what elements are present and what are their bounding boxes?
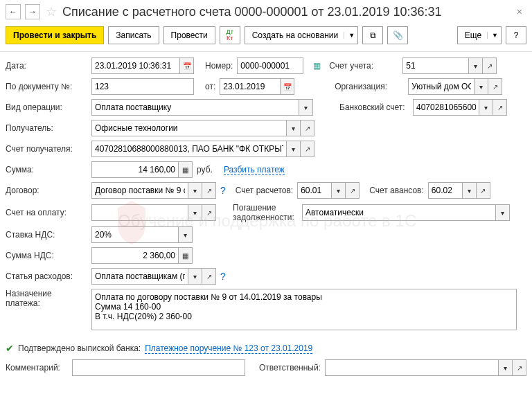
dropdown-icon[interactable]: ▾: [188, 268, 202, 285]
contract-input[interactable]: [91, 182, 188, 199]
dropdown-icon[interactable]: ▾: [475, 78, 488, 95]
open-icon[interactable]: ↗: [301, 120, 314, 136]
open-icon[interactable]: ↗: [202, 268, 216, 285]
open-icon[interactable]: ↗: [202, 204, 216, 221]
dropdown-icon[interactable]: ▾: [188, 204, 202, 221]
settle-account-label: Счет расчетов:: [236, 186, 293, 195]
create-based-label: Создать на основании: [252, 30, 339, 40]
debt-repay-label: Погашение задолженности:: [233, 203, 298, 222]
bank-account-label: Банковский счет:: [339, 102, 409, 112]
purpose-label: Назначение платежа:: [6, 289, 87, 308]
date-input[interactable]: [91, 57, 180, 74]
sum-input[interactable]: [91, 161, 179, 178]
dropdown-icon[interactable]: ▾: [496, 204, 510, 221]
create-based-on-button[interactable]: Создать на основании ▼: [245, 26, 358, 44]
from-label: от:: [205, 82, 215, 91]
contract-label: Договор:: [6, 186, 87, 195]
open-icon[interactable]: ↗: [301, 141, 314, 157]
responsible-label: Ответственный:: [259, 363, 321, 373]
account-label: Счет учета:: [329, 61, 398, 71]
vat-rate-label: Ставка НДС:: [6, 230, 87, 240]
doc-number-label: По документу №:: [6, 82, 87, 91]
bank-account-input[interactable]: [413, 99, 479, 116]
vat-sum-label: Сумма НДС:: [6, 251, 87, 260]
vat-rate-input[interactable]: [91, 226, 179, 243]
chevron-down-icon: ▼: [487, 32, 498, 39]
number-label: Номер:: [205, 61, 233, 71]
dropdown-icon[interactable]: ▾: [188, 182, 202, 199]
check-icon[interactable]: ✔: [6, 343, 14, 354]
star-icon[interactable]: ☆: [44, 5, 58, 19]
responsible-input[interactable]: [325, 359, 499, 376]
more-label: Еще: [465, 30, 481, 40]
chevron-down-icon: ▼: [344, 32, 355, 39]
open-icon[interactable]: ↗: [513, 359, 526, 376]
expense-item-label: Статья расходов:: [6, 271, 87, 281]
from-date-input[interactable]: [220, 78, 281, 95]
op-type-label: Вид операции:: [6, 102, 87, 112]
dropdown-icon[interactable]: ▾: [479, 99, 493, 116]
calendar-icon[interactable]: 📅: [180, 57, 194, 74]
structure-button[interactable]: ⧉: [362, 26, 383, 44]
expense-item-input[interactable]: [91, 268, 188, 285]
comment-input[interactable]: [72, 359, 245, 376]
back-button[interactable]: ←: [6, 4, 21, 19]
help-icon[interactable]: ?: [220, 185, 226, 196]
page-title: Списание с расчетного счета 0000-000001 …: [62, 5, 508, 19]
doc-number-input[interactable]: [91, 78, 194, 95]
calculator-icon[interactable]: ▦: [179, 161, 193, 178]
open-icon[interactable]: ↗: [346, 182, 360, 199]
recipient-account-input[interactable]: [91, 141, 287, 157]
comment-label: Комментарий:: [6, 363, 68, 373]
payment-order-link[interactable]: Платежное поручение № 123 от 23.01.2019: [145, 343, 312, 354]
dtk-button[interactable]: ДтКт: [220, 26, 240, 44]
recipient-input[interactable]: [91, 120, 287, 136]
debt-repay-input[interactable]: [302, 204, 496, 221]
dropdown-icon[interactable]: ▾: [499, 359, 513, 376]
dropdown-icon[interactable]: ▾: [287, 141, 301, 157]
dropdown-icon[interactable]: ▾: [299, 99, 313, 116]
post-and-close-button[interactable]: Провести и закрыть: [6, 26, 104, 44]
purpose-textarea[interactable]: [91, 289, 517, 330]
close-button[interactable]: ×: [513, 5, 526, 19]
advance-account-input[interactable]: [428, 182, 463, 199]
account-input[interactable]: [402, 57, 469, 74]
currency-label: руб.: [197, 165, 213, 174]
open-icon[interactable]: ↗: [493, 99, 507, 116]
help-icon[interactable]: ?: [220, 271, 226, 282]
status-icon: ▦: [313, 61, 321, 71]
confirmed-label: Подтверждено выпиской банка:: [18, 343, 141, 353]
dtk-icon: ДтКт: [227, 29, 233, 42]
forward-button[interactable]: →: [25, 4, 40, 19]
calculator-icon[interactable]: ▦: [179, 247, 193, 264]
open-icon[interactable]: ↗: [488, 78, 502, 95]
vat-sum-input[interactable]: [91, 247, 179, 264]
org-input[interactable]: [408, 78, 475, 95]
advance-account-label: Счет авансов:: [369, 186, 424, 195]
recipient-account-label: Счет получателя:: [6, 144, 87, 154]
dropdown-icon[interactable]: ▾: [287, 120, 301, 136]
settle-account-input[interactable]: [297, 182, 332, 199]
help-button[interactable]: ?: [506, 26, 526, 44]
dropdown-icon[interactable]: ▾: [469, 57, 483, 74]
invoice-input[interactable]: [91, 204, 188, 221]
number-input[interactable]: [237, 57, 303, 74]
dropdown-icon[interactable]: ▾: [463, 182, 477, 199]
open-icon[interactable]: ↗: [202, 182, 216, 199]
sum-label: Сумма:: [6, 165, 87, 174]
dropdown-icon[interactable]: ▾: [332, 182, 346, 199]
org-label: Организация:: [335, 82, 404, 91]
date-label: Дата:: [6, 61, 87, 71]
split-payment-link[interactable]: Разбить платеж: [224, 165, 285, 175]
recipient-label: Получатель:: [6, 123, 87, 133]
attachment-button[interactable]: 📎: [387, 26, 408, 44]
dropdown-icon[interactable]: ▾: [179, 226, 193, 243]
save-button[interactable]: Записать: [108, 26, 159, 44]
post-button[interactable]: Провести: [163, 26, 215, 44]
open-icon[interactable]: ↗: [477, 182, 490, 199]
more-button[interactable]: Еще ▼: [457, 26, 502, 44]
open-icon[interactable]: ↗: [483, 57, 497, 74]
invoice-label: Счет на оплату:: [6, 208, 87, 217]
op-type-input[interactable]: [91, 99, 299, 116]
calendar-icon[interactable]: 📅: [281, 78, 294, 95]
